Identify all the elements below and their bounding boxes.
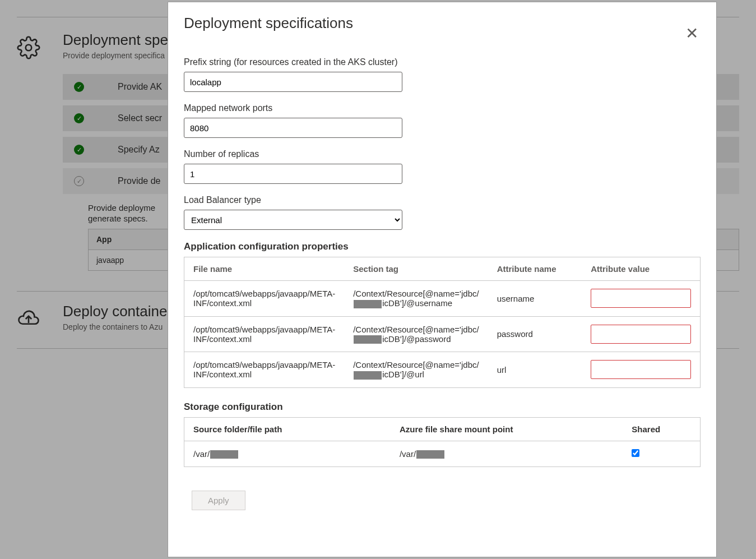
cell-attribute-name: url (488, 352, 582, 388)
cell-attribute-value (582, 352, 700, 388)
ports-input[interactable] (184, 118, 402, 138)
loadbalancer-label: Load Balancer type (184, 195, 701, 205)
cell-section-tag: /Context/Resource[@name='jdbc/icDB']/@pa… (344, 316, 488, 352)
cell-section-tag: /Context/Resource[@name='jdbc/icDB']/@us… (344, 281, 488, 317)
app-config-heading: Application configuration properties (184, 241, 701, 252)
cell-file-name: /opt/tomcat9/webapps/javaapp/META-INF/co… (184, 281, 345, 317)
modal-header: Deployment specifications ✕ (184, 15, 701, 44)
storage-heading: Storage configuration (184, 401, 701, 413)
table-header-row: Source folder/file path Azure file share… (184, 417, 701, 441)
table-row: /opt/tomcat9/webapps/javaapp/META-INF/co… (184, 281, 701, 317)
col-file-name: File name (184, 257, 345, 281)
shared-checkbox[interactable] (632, 449, 639, 457)
cell-attribute-name: username (488, 281, 582, 317)
cell-shared (623, 441, 700, 467)
cell-section-tag: /Context/Resource[@name='jdbc/icDB']/@ur… (344, 352, 488, 388)
table-row: /opt/tomcat9/webapps/javaapp/META-INF/co… (184, 352, 701, 388)
attribute-value-input[interactable] (591, 360, 691, 379)
cell-attribute-value (582, 316, 700, 352)
col-shared: Shared (623, 417, 700, 441)
col-mount-point: Azure file share mount point (391, 417, 623, 441)
table-row: /opt/tomcat9/webapps/javaapp/META-INF/co… (184, 316, 701, 352)
ports-label: Mapped network ports (184, 103, 701, 113)
prefix-input[interactable] (184, 72, 402, 92)
cell-source-path: /var/ (184, 441, 391, 467)
apply-button[interactable]: Apply (192, 491, 245, 510)
close-icon[interactable]: ✕ (683, 24, 701, 44)
table-header-row: File name Section tag Attribute name Att… (184, 257, 701, 281)
table-row: /var//var/ (184, 441, 701, 467)
prefix-label: Prefix string (for resources created in … (184, 57, 701, 67)
redacted-text (354, 371, 382, 380)
loadbalancer-group: Load Balancer type External (184, 195, 701, 230)
cell-attribute-value (582, 281, 700, 317)
attribute-value-input[interactable] (591, 289, 691, 308)
replicas-input[interactable] (184, 164, 402, 184)
col-source-path: Source folder/file path (184, 417, 391, 441)
replicas-label: Number of replicas (184, 149, 701, 159)
cell-attribute-name: password (488, 316, 582, 352)
redacted-text (210, 450, 238, 459)
redacted-text (416, 450, 444, 459)
modal-title: Deployment specifications (184, 15, 353, 32)
redacted-text (354, 300, 382, 308)
deployment-spec-modal: Deployment specifications ✕ Prefix strin… (168, 2, 717, 557)
col-section-tag: Section tag (344, 257, 488, 281)
prefix-group: Prefix string (for resources created in … (184, 57, 701, 92)
col-attribute-value: Attribute value (582, 257, 700, 281)
cell-file-name: /opt/tomcat9/webapps/javaapp/META-INF/co… (184, 316, 345, 352)
loadbalancer-select[interactable]: External (184, 210, 402, 230)
cell-file-name: /opt/tomcat9/webapps/javaapp/META-INF/co… (184, 352, 345, 388)
redacted-text (354, 335, 382, 344)
ports-group: Mapped network ports (184, 103, 701, 138)
storage-config-table: Source folder/file path Azure file share… (184, 417, 701, 468)
attribute-value-input[interactable] (591, 325, 691, 344)
app-config-table: File name Section tag Attribute name Att… (184, 257, 701, 388)
col-attribute-name: Attribute name (488, 257, 582, 281)
replicas-group: Number of replicas (184, 149, 701, 184)
cell-mount-point: /var/ (391, 441, 623, 467)
